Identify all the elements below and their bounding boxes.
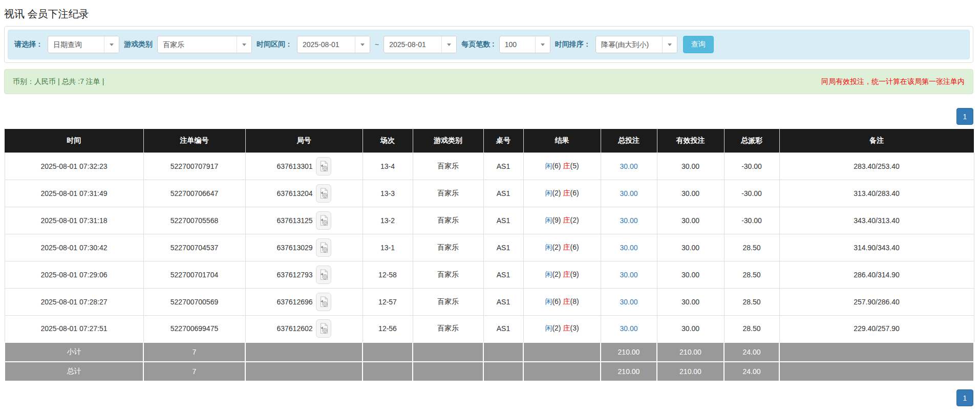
sort-order-select[interactable]: 降幂(由大到小) (595, 36, 677, 53)
result-banker-label: 庄 (563, 189, 570, 197)
video-replay-button[interactable] (316, 266, 331, 284)
video-replay-button[interactable] (316, 319, 331, 338)
cell-result: 闲(2)庄(9) (523, 261, 601, 288)
total-bet-link[interactable]: 30.00 (620, 216, 637, 225)
page-size-dropdown-button[interactable] (535, 36, 550, 53)
page-1-button[interactable]: 1 (956, 389, 973, 406)
page-size-label: 每页笔数 : (461, 40, 495, 49)
cell-bet-id: 522700701704 (143, 261, 245, 288)
cell-session: 13-4 (363, 152, 413, 180)
records-table: 时间 注单编号 局号 场次 游戏类别 桌号 结果 总投注 有效投注 总派彩 备注… (4, 129, 974, 382)
result-banker-score: (9) (570, 270, 579, 278)
game-type-select[interactable]: 百家乐 (157, 36, 252, 53)
cell-result: 闲(2)庄(6) (523, 180, 601, 207)
cell-remark: 314.90/343.40 (779, 234, 974, 261)
query-type-value: 日期查询 (48, 36, 104, 53)
total-bet-link[interactable]: 30.00 (620, 162, 637, 170)
cell-valid-bet: 30.00 (657, 288, 724, 315)
result-player-label: 闲 (545, 162, 552, 170)
date-to-dropdown-button[interactable] (441, 36, 456, 53)
query-type-dropdown-button[interactable] (104, 36, 119, 53)
cell-session: 12-57 (363, 288, 413, 315)
chevron-down-icon (541, 43, 545, 46)
cell-result: 闲(2)庄(6) (523, 234, 601, 261)
video-replay-button[interactable] (316, 293, 331, 311)
table-row: 2025-08-01 07:29:06 522700701704 6376127… (5, 261, 974, 288)
sort-order-value: 降幂(由大到小) (596, 36, 662, 53)
header-game-type: 游戏类别 (413, 129, 483, 152)
date-from-select[interactable]: 2025-08-01 (297, 36, 370, 53)
round-id: 637613204 (276, 189, 312, 198)
video-record-icon (318, 322, 329, 335)
total-bet-link[interactable]: 30.00 (620, 244, 637, 252)
result-banker-score: (8) (570, 297, 579, 305)
query-type-select[interactable]: 日期查询 (48, 36, 119, 53)
cell-time: 2025-08-01 07:30:42 (5, 234, 143, 261)
cell-round: 637612696 (245, 288, 363, 315)
cell-bet-id: 522700705568 (143, 207, 245, 234)
video-replay-button[interactable] (316, 184, 331, 203)
result-banker-label: 庄 (563, 243, 570, 251)
date-to-value: 2025-08-01 (384, 36, 441, 53)
page-size-select[interactable]: 100 (499, 36, 550, 53)
select-type-label: 请选择： (14, 40, 43, 49)
cell-table-no: AS1 (483, 207, 523, 234)
cell-valid-bet: 30.00 (657, 234, 724, 261)
total-bet-link[interactable]: 30.00 (620, 324, 637, 333)
header-result: 结果 (523, 129, 601, 152)
video-replay-button[interactable] (316, 157, 331, 176)
round-id: 637612602 (276, 324, 312, 333)
cell-total-bet: 30.00 (601, 288, 657, 315)
subtotal-payout: 24.00 (724, 342, 779, 362)
subtotal-count: 7 (143, 342, 245, 362)
cell-time: 2025-08-01 07:31:49 (5, 180, 143, 207)
cell-total-bet: 30.00 (601, 234, 657, 261)
cell-table-no: AS1 (483, 288, 523, 315)
date-from-dropdown-button[interactable] (355, 36, 370, 53)
video-record-icon (318, 214, 329, 227)
game-type-dropdown-button[interactable] (237, 36, 251, 53)
video-replay-button[interactable] (316, 238, 331, 257)
cell-payout: 28.50 (724, 261, 779, 288)
cell-time: 2025-08-01 07:32:23 (5, 152, 143, 180)
cell-table-no: AS1 (483, 261, 523, 288)
page-1-button[interactable]: 1 (956, 108, 973, 125)
result-player-score: (2) (552, 324, 561, 332)
header-session: 场次 (363, 129, 413, 152)
round-id: 637613029 (276, 244, 312, 252)
cell-result: 闲(9)庄(2) (523, 207, 601, 234)
result-banker-score: (5) (570, 162, 579, 170)
total-bet-link[interactable]: 30.00 (620, 298, 637, 306)
header-valid-bet: 有效投注 (657, 129, 724, 152)
total-bet-link[interactable]: 30.00 (620, 189, 637, 198)
result-player-score: (2) (552, 243, 561, 251)
cell-payout: 28.50 (724, 234, 779, 261)
total-payout: 24.00 (724, 362, 779, 381)
subtotal-label: 小计 (5, 342, 143, 362)
result-banker-label: 庄 (563, 324, 570, 332)
currency-total-text: 币别：人民币 | 总共 :7 注单 | (13, 77, 104, 86)
video-replay-button[interactable] (316, 211, 331, 230)
round-id: 637612793 (276, 271, 312, 279)
cell-game-type: 百家乐 (413, 288, 483, 315)
query-button[interactable]: 查询 (683, 36, 714, 53)
total-total-bet: 210.00 (601, 362, 657, 381)
cell-bet-id: 522700699475 (143, 315, 245, 342)
cell-table-no: AS1 (483, 315, 523, 342)
cell-game-type: 百家乐 (413, 261, 483, 288)
date-to-select[interactable]: 2025-08-01 (384, 36, 457, 53)
table-header-row: 时间 注单编号 局号 场次 游戏类别 桌号 结果 总投注 有效投注 总派彩 备注 (5, 129, 974, 152)
cell-remark: 313.40/283.40 (779, 180, 974, 207)
cell-time: 2025-08-01 07:27:51 (5, 315, 143, 342)
result-banker-score: (2) (570, 216, 579, 224)
cell-round: 637612793 (245, 261, 363, 288)
sort-order-dropdown-button[interactable] (662, 36, 677, 53)
total-bet-link[interactable]: 30.00 (620, 271, 637, 279)
cell-round: 637613125 (245, 207, 363, 234)
cell-payout: -30.00 (724, 152, 779, 180)
round-id: 637612696 (276, 298, 312, 306)
cell-remark: 343.40/313.40 (779, 207, 974, 234)
cell-time: 2025-08-01 07:28:27 (5, 288, 143, 315)
result-player-label: 闲 (545, 270, 552, 278)
header-remark: 备注 (779, 129, 974, 152)
